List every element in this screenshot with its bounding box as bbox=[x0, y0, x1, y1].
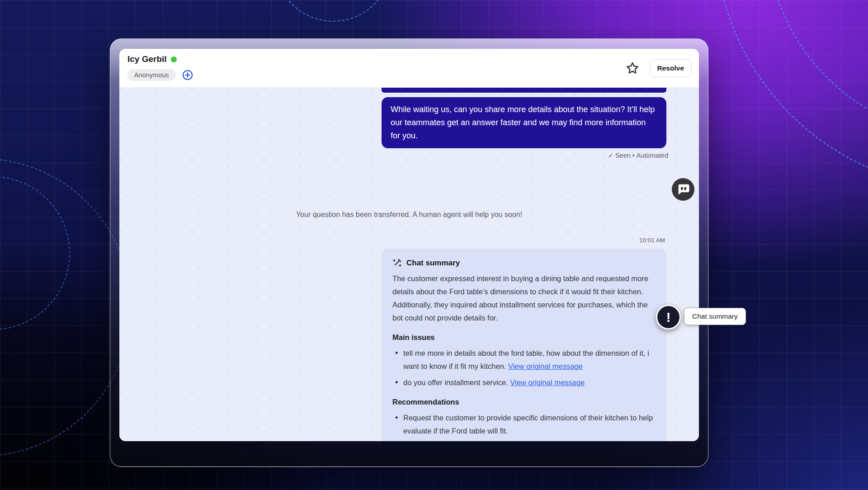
recommendations-heading: Recommendations bbox=[392, 396, 656, 409]
chat-window: Icy Gerbil Anonymous bbox=[110, 38, 708, 467]
visitor-tag-badge: Anonymous bbox=[127, 69, 176, 81]
bot-avatar-icon bbox=[672, 178, 694, 201]
resolve-button[interactable]: Resolve bbox=[650, 59, 692, 77]
summary-list-item: do you offer installment service. View o… bbox=[392, 376, 656, 389]
view-original-message-link[interactable]: View original message bbox=[508, 362, 583, 370]
automated-label: Automated bbox=[637, 152, 668, 159]
chat-summary-intro: The customer expressed interest in buyin… bbox=[392, 272, 656, 325]
message-status: ✓Seen • Automated bbox=[608, 152, 668, 159]
chat-window-content: Icy Gerbil Anonymous bbox=[119, 49, 699, 441]
message-timestamp: 10:01 AM bbox=[639, 237, 665, 244]
status-separator: • bbox=[632, 152, 635, 159]
add-tag-button[interactable] bbox=[182, 70, 193, 80]
online-status-icon bbox=[171, 57, 177, 62]
recommendations-list: Request the customer to provide specific… bbox=[392, 411, 656, 441]
visitor-title-row: Icy Gerbil bbox=[127, 54, 177, 64]
seen-label: Seen bbox=[615, 152, 631, 159]
seen-check-icon: ✓ bbox=[608, 152, 613, 159]
chat-summary-header: Chat summary bbox=[392, 256, 656, 269]
star-icon bbox=[625, 61, 640, 75]
summary-list-item: tell me more in details about the ford t… bbox=[392, 347, 656, 373]
exclamation-icon: ! bbox=[666, 311, 671, 324]
visitor-name: Icy Gerbil bbox=[127, 54, 167, 64]
chat-summary-title: Chat summary bbox=[406, 256, 460, 269]
magic-wand-icon bbox=[392, 258, 402, 268]
summary-list-item: Request the customer to provide specific… bbox=[392, 411, 656, 438]
visitor-tags-row: Anonymous bbox=[127, 69, 193, 81]
chat-message-area[interactable]: While waiting us, can you share more det… bbox=[119, 88, 699, 441]
cursor-highlight-badge[interactable]: ! bbox=[656, 305, 681, 330]
system-message: Your question has been transferred. A hu… bbox=[119, 211, 699, 219]
previous-bot-message-cutoff bbox=[382, 88, 666, 93]
issue-text: do you offer installment service. bbox=[403, 378, 510, 386]
main-issues-list: tell me more in details about the ford t… bbox=[392, 347, 656, 389]
main-issues-heading: Main issues bbox=[392, 331, 656, 344]
view-original-message-link[interactable]: View original message bbox=[510, 378, 585, 386]
summary-list-item: Advise the customer to contact the custo… bbox=[392, 441, 656, 441]
plus-circle-icon bbox=[182, 70, 193, 80]
header-actions: Resolve bbox=[625, 49, 692, 88]
chat-summary-card: Chat summary The customer expressed inte… bbox=[382, 249, 666, 441]
chat-summary-tooltip: Chat summary bbox=[684, 308, 746, 325]
bot-message-bubble: While waiting us, can you share more det… bbox=[382, 97, 666, 148]
star-conversation-button[interactable] bbox=[625, 61, 640, 75]
conversation-header: Icy Gerbil Anonymous bbox=[119, 49, 699, 88]
